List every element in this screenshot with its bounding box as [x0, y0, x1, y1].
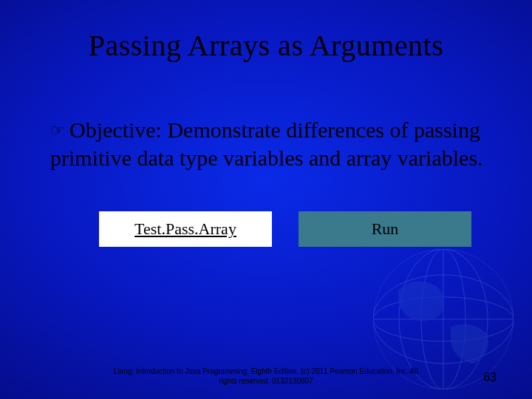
svg-point-2: [373, 297, 514, 341]
copyright-footer: Liang, Introduction to Java Programming,…: [0, 367, 532, 386]
run-button[interactable]: Run: [299, 211, 471, 247]
test-pass-array-link[interactable]: Test.Pass.Array: [99, 211, 272, 247]
svg-point-3: [373, 275, 514, 364]
button-row: Test.Pass.Array Run: [50, 211, 488, 247]
objective-bullet: ☞Objective: Demonstrate differences of p…: [50, 116, 488, 171]
slide-body: ☞Objective: Demonstrate differences of p…: [0, 63, 532, 247]
pointing-hand-icon: ☞: [50, 120, 65, 141]
slide-title: Passing Arrays as Arguments: [0, 0, 532, 63]
footer-line-1: Liang, Introduction to Java Programming,…: [114, 367, 418, 375]
footer-line-2: rights reserved. 0132130807: [219, 377, 313, 385]
page-number: 63: [483, 371, 497, 384]
objective-label: Objective:: [69, 117, 162, 142]
